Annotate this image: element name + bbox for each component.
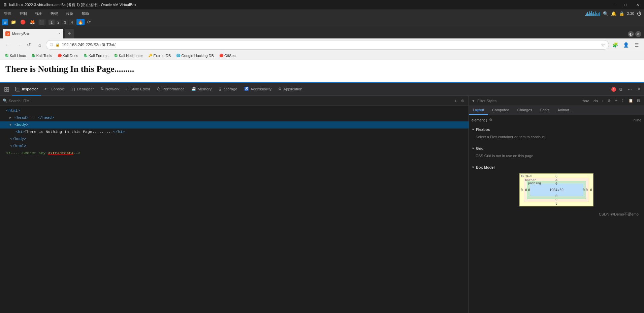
- styles-settings-icon[interactable]: ⚙: [489, 118, 492, 122]
- styles-color-scheme-btn[interactable]: ☀: [613, 98, 619, 104]
- tab-title: MoneyBox: [12, 32, 30, 36]
- browser-fullscreen-btn[interactable]: ✕: [635, 31, 641, 37]
- html-comment-line[interactable]: <!--...Secret Key 3xtr4ctd4t4-->: [0, 150, 469, 157]
- styles-dark-mode-btn[interactable]: ☾: [620, 98, 626, 104]
- devtools-more-btn[interactable]: ⋯: [626, 86, 634, 93]
- html-search-input[interactable]: [9, 99, 452, 103]
- titlebar-close[interactable]: ✕: [634, 2, 641, 8]
- styles-layout-icon-btn[interactable]: ⊟: [636, 98, 641, 104]
- taskbar-ws-1[interactable]: 1: [49, 20, 55, 25]
- titlebar-minimize[interactable]: ─: [611, 2, 617, 7]
- tab-storage[interactable]: 🗄 Storage: [215, 83, 240, 96]
- tab-style-editor[interactable]: {} Style Editor: [123, 83, 154, 96]
- devtools-inspector-icon-btn[interactable]: [1, 83, 12, 96]
- menu-guan-li[interactable]: 管理: [3, 10, 13, 17]
- grid-section-title[interactable]: ▼ Grid: [472, 145, 641, 152]
- styles-cls-btn[interactable]: .cls: [591, 98, 600, 104]
- devtools-close-btn[interactable]: ✕: [635, 86, 643, 93]
- menu-she-bei[interactable]: 设备: [65, 10, 75, 17]
- styles-hov-btn[interactable]: :hov: [580, 98, 590, 104]
- tab-network[interactable]: ⇅ Network: [97, 83, 123, 96]
- styles-tab-computed[interactable]: Computed: [488, 106, 513, 115]
- bookmark-google-hacking-db[interactable]: 🌐 Google Hacking DB: [174, 53, 216, 58]
- os-search-icon[interactable]: 🔍: [603, 11, 608, 16]
- styles-tab-animat[interactable]: Animat...: [553, 106, 576, 115]
- styles-tab-fonts[interactable]: Fonts: [536, 106, 554, 115]
- tab-inspector[interactable]: □ Inspector: [12, 83, 41, 96]
- browser-restore-btn[interactable]: ◐: [628, 31, 634, 37]
- bookmark-kali-nethunter[interactable]: 🐉 Kali NetHunter: [112, 53, 145, 58]
- taskbar-terminal-icon[interactable]: ⬛: [38, 19, 46, 25]
- taskbar-refresh-icon[interactable]: ⟳: [86, 19, 92, 25]
- taskbar-ws-3[interactable]: 3: [62, 20, 68, 25]
- tab-application[interactable]: ⚙ Application: [275, 83, 305, 96]
- menu-kong-zhi[interactable]: 控制: [18, 10, 28, 17]
- bookmark-exploit-db[interactable]: 🔑 Exploit-DB: [146, 53, 173, 58]
- html-h1-tag[interactable]: <h1>There is Nothing In this Page.......…: [0, 129, 469, 136]
- styles-tab-layout[interactable]: Layout: [469, 106, 488, 115]
- box-model-padding-right[interactable]: 0: [583, 188, 585, 192]
- tab-memory[interactable]: 💾 Memory: [188, 83, 215, 96]
- address-star-icon[interactable]: ☆: [601, 42, 605, 48]
- tab-accessibility[interactable]: ♿ Accessibility: [241, 83, 275, 96]
- html-html-tag[interactable]: <html>: [0, 107, 469, 114]
- styles-filter-input[interactable]: [477, 99, 578, 103]
- taskbar-ws-4[interactable]: 4: [69, 20, 75, 25]
- html-search-bar: 🔍 + ⊕: [0, 96, 469, 106]
- box-model-section-title[interactable]: ▼ Box Model: [472, 164, 641, 171]
- menu-btn[interactable]: ☰: [632, 40, 641, 50]
- box-model-padding-left[interactable]: 0: [528, 188, 530, 192]
- html-html-close[interactable]: </html>: [0, 143, 469, 150]
- styles-pick-btn[interactable]: ⊕: [606, 98, 612, 104]
- forward-btn[interactable]: →: [13, 40, 23, 50]
- html-search-pick-element-btn[interactable]: ⊕: [460, 98, 466, 103]
- taskbar-settings-icon[interactable]: ⊞: [2, 19, 8, 25]
- new-tab-btn[interactable]: +: [65, 29, 74, 38]
- tab-console[interactable]: >_ Console: [41, 83, 68, 96]
- bookmark-kali-tools[interactable]: 🐉 Kali Tools: [29, 53, 54, 58]
- sync-btn[interactable]: 👤: [621, 40, 631, 50]
- html-triangle-body[interactable]: [9, 123, 11, 127]
- devtools-responsive-btn[interactable]: ⧉: [617, 86, 624, 93]
- extensions-btn[interactable]: 🧩: [610, 40, 620, 50]
- back-btn[interactable]: ←: [3, 40, 12, 50]
- html-head-tag[interactable]: <head> == </head>: [0, 114, 469, 121]
- box-model-margin-bottom[interactable]: 8: [555, 202, 557, 205]
- box-model-padding-bottom[interactable]: 0: [555, 194, 557, 198]
- html-search-add-node-btn[interactable]: +: [453, 98, 458, 104]
- box-model-margin-left[interactable]: 0: [521, 188, 523, 192]
- taskbar-firefox-active[interactable]: 🔥: [76, 19, 85, 25]
- taskbar-folder-icon[interactable]: 📁: [9, 19, 18, 25]
- menu-shi-tu[interactable]: 视图: [34, 10, 44, 17]
- taskbar-firefox-icon[interactable]: 🦊: [28, 19, 36, 25]
- html-body-close[interactable]: </body>: [0, 136, 469, 143]
- address-text: 192.168.249.229/S3cr3t-T3xt/: [62, 42, 599, 47]
- menu-re-jian[interactable]: 热键: [49, 10, 59, 17]
- box-model-padding-top[interactable]: 0: [555, 182, 557, 186]
- bookmark-kali-linux[interactable]: 🐉 Kali Linux: [3, 53, 28, 58]
- os-bell-icon[interactable]: 🔔: [611, 11, 616, 16]
- flexbox-section-title[interactable]: ▼ Flexbox: [472, 126, 641, 133]
- taskbar-red-icon[interactable]: 🔴: [19, 19, 27, 25]
- html-body-tag[interactable]: <body>: [0, 121, 469, 129]
- tab-close-btn[interactable]: ×: [58, 31, 61, 36]
- browser-tab-moneybox[interactable]: M MoneyBox ×: [3, 29, 63, 38]
- address-bar[interactable]: 🛡 🔒 192.168.249.229/S3cr3t-T3xt/ ☆: [46, 40, 609, 50]
- reload-btn[interactable]: ↺: [24, 40, 34, 50]
- styles-add-rule-btn[interactable]: +: [601, 98, 605, 104]
- styles-tab-changes[interactable]: Changes: [513, 106, 536, 115]
- bookmark-offsec[interactable]: 🔴 OffSec: [217, 53, 237, 58]
- tab-debugger[interactable]: { } Debugger: [68, 83, 97, 96]
- styles-copy-btn[interactable]: 📋: [627, 98, 635, 104]
- bookmark-kali-forums[interactable]: 🐉 Kali Forums: [82, 53, 110, 58]
- home-btn[interactable]: ⌂: [35, 40, 44, 50]
- os-power-icon[interactable]: ⏻: [637, 11, 641, 16]
- box-model-content-size[interactable]: 1904×39: [549, 188, 564, 192]
- box-model-margin-right[interactable]: 0: [590, 188, 592, 192]
- tab-performance[interactable]: ⏱ Performance: [154, 83, 188, 96]
- taskbar-ws-2[interactable]: 2: [55, 20, 61, 25]
- bookmark-kali-docs[interactable]: 🔴 Kali Docs: [56, 53, 80, 58]
- html-triangle-head[interactable]: [9, 116, 11, 120]
- titlebar-maximize[interactable]: □: [622, 2, 629, 7]
- menu-bang-zhu[interactable]: 帮助: [80, 10, 90, 17]
